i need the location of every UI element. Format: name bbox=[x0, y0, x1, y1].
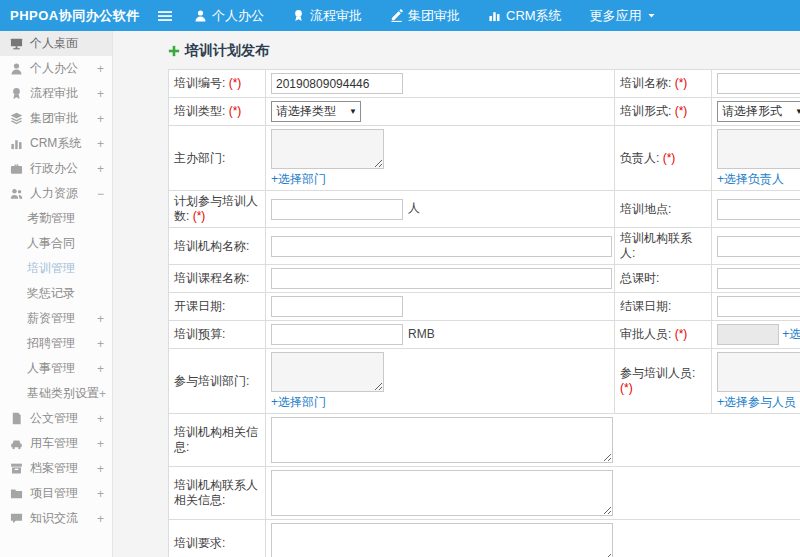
org-name-input[interactable] bbox=[271, 236, 612, 257]
bar-chart-icon bbox=[488, 9, 501, 22]
sidebar-item-group-approval[interactable]: 集团审批 + bbox=[0, 106, 112, 131]
folder-icon bbox=[10, 487, 24, 500]
expand-icon[interactable]: + bbox=[97, 487, 104, 501]
participating-people-pick-link[interactable]: +选择参与人员 bbox=[717, 395, 796, 410]
expand-icon[interactable]: + bbox=[97, 512, 104, 526]
training-mode-select[interactable]: 请选择形式▼ bbox=[717, 101, 800, 122]
form-row-dept-leader: 主办部门: +选择部门 负责人: (*) +选择负责人 bbox=[169, 126, 800, 191]
car-icon bbox=[10, 437, 24, 450]
expand-icon[interactable]: + bbox=[97, 437, 104, 451]
edit-icon bbox=[390, 9, 403, 22]
total-hours-input[interactable] bbox=[717, 268, 800, 289]
host-department-label: 主办部门: bbox=[169, 126, 266, 191]
form-row-participants: 参与培训部门: +选择部门 参与培训人员: (*) +选择参与人员 bbox=[169, 349, 800, 414]
required-mark: (*) bbox=[663, 151, 676, 165]
sidebar-item-human-resources[interactable]: 人力资源 − bbox=[0, 181, 112, 206]
page-title: 培训计划发布 bbox=[168, 42, 800, 60]
sidebar-item-reward-punishment[interactable]: 奖惩记录 bbox=[0, 281, 112, 306]
document-icon bbox=[10, 412, 24, 425]
sidebar-item-salary-management[interactable]: 薪资管理 + bbox=[0, 306, 112, 331]
sidebar-item-document-management[interactable]: 公文管理 + bbox=[0, 406, 112, 431]
sidebar-item-hr-contracts[interactable]: 人事合同 bbox=[0, 231, 112, 256]
approver-pick-link[interactable]: +选择审批人员 bbox=[782, 327, 800, 341]
responsible-person-textarea[interactable] bbox=[717, 129, 800, 169]
training-requirements-textarea[interactable] bbox=[271, 523, 613, 557]
sidebar-item-recruitment-management[interactable]: 招聘管理 + bbox=[0, 331, 112, 356]
sidebar-item-personnel-management[interactable]: 人事管理 + bbox=[0, 356, 112, 381]
expand-icon[interactable]: + bbox=[97, 162, 104, 176]
expand-icon[interactable]: + bbox=[97, 462, 104, 476]
sidebar-item-admin-office[interactable]: 行政办公 + bbox=[0, 156, 112, 181]
participating-departments-textarea[interactable] bbox=[271, 352, 384, 392]
sidebar-item-training-management[interactable]: 培训管理 bbox=[0, 256, 112, 281]
sidebar-item-personal-office[interactable]: 个人办公 + bbox=[0, 56, 112, 81]
expand-icon[interactable]: + bbox=[97, 312, 104, 326]
sidebar-item-knowledge-exchange[interactable]: 知识交流 + bbox=[0, 506, 112, 531]
budget-label: 培训预算: bbox=[169, 321, 266, 349]
training-type-select[interactable]: 请选择类型▼ bbox=[271, 101, 361, 122]
host-department-pick-link[interactable]: +选择部门 bbox=[271, 172, 326, 187]
org-info-textarea[interactable] bbox=[271, 417, 613, 463]
responsible-person-label: 负责人: (*) bbox=[615, 126, 712, 191]
sidebar-item-vehicle-management[interactable]: 用车管理 + bbox=[0, 431, 112, 456]
org-contact-label: 培训机构联系人: bbox=[615, 228, 712, 265]
budget-input[interactable] bbox=[271, 324, 403, 345]
start-date-input[interactable] bbox=[271, 296, 403, 317]
form-row-type-mode: 培训类型: (*) 请选择类型▼ 培训形式: (*) 请选择形式▼ bbox=[169, 98, 800, 126]
expand-icon[interactable]: + bbox=[97, 137, 104, 151]
expand-icon[interactable]: + bbox=[97, 112, 104, 126]
participating-departments-label: 参与培训部门: bbox=[169, 349, 266, 414]
briefcase-icon bbox=[10, 162, 24, 175]
main-content: 培训计划发布 培训编号: (*) 培训名称: (*) 培训类型: (*) 请选择… bbox=[114, 31, 800, 557]
archive-icon bbox=[10, 462, 24, 475]
topbar-nav: 个人办公 流程审批 集团审批 CRM系统 更多应用 bbox=[180, 0, 670, 31]
sidebar-item-archive-management[interactable]: 档案管理 + bbox=[0, 456, 112, 481]
training-number-input[interactable] bbox=[271, 73, 403, 94]
expand-icon[interactable]: + bbox=[97, 337, 104, 351]
form-row-dates: 开课日期: 结课日期: bbox=[169, 293, 800, 321]
expand-icon[interactable]: + bbox=[99, 387, 106, 401]
approver-input[interactable] bbox=[717, 324, 779, 345]
org-contact-info-textarea[interactable] bbox=[271, 470, 613, 516]
expand-icon[interactable]: + bbox=[97, 87, 104, 101]
end-date-label: 结课日期: bbox=[615, 293, 712, 321]
required-mark: (*) bbox=[675, 104, 688, 118]
nav-item-group-approval[interactable]: 集团审批 bbox=[376, 0, 474, 31]
sidebar-item-crm-system[interactable]: CRM系统 + bbox=[0, 131, 112, 156]
training-name-input[interactable] bbox=[717, 73, 800, 94]
required-mark: (*) bbox=[229, 76, 242, 90]
sidebar: 个人桌面 个人办公 + 流程审批 + 集团审批 + CRM系统 + 行政办公 +… bbox=[0, 31, 113, 557]
expand-icon[interactable]: + bbox=[97, 362, 104, 376]
expand-icon[interactable]: + bbox=[97, 412, 104, 426]
expand-icon[interactable]: + bbox=[97, 62, 104, 76]
sidebar-item-attendance-management[interactable]: 考勤管理 bbox=[0, 206, 112, 231]
nav-item-crm-system[interactable]: CRM系统 bbox=[474, 0, 576, 31]
sidebar-item-personal-desktop[interactable]: 个人桌面 bbox=[0, 31, 112, 56]
form-row-org-contact-info: 培训机构联系人相关信息: bbox=[169, 467, 800, 520]
sidebar-item-process-approval[interactable]: 流程审批 + bbox=[0, 81, 112, 106]
org-contact-input[interactable] bbox=[717, 236, 800, 257]
end-date-input[interactable] bbox=[717, 296, 800, 317]
hamburger-menu-icon[interactable] bbox=[150, 9, 180, 23]
training-number-label: 培训编号: (*) bbox=[169, 70, 266, 98]
nav-item-process-approval[interactable]: 流程审批 bbox=[278, 0, 376, 31]
training-location-input[interactable] bbox=[717, 199, 800, 220]
nav-item-personal-office[interactable]: 个人办公 bbox=[180, 0, 278, 31]
responsible-person-pick-link[interactable]: +选择负责人 bbox=[717, 172, 784, 187]
caret-down-icon bbox=[647, 11, 656, 20]
planned-participants-input[interactable] bbox=[271, 199, 403, 220]
training-mode-label: 培训形式: (*) bbox=[615, 98, 712, 126]
host-department-textarea[interactable] bbox=[271, 129, 384, 169]
nav-item-more-apps[interactable]: 更多应用 bbox=[576, 0, 670, 31]
participating-people-textarea[interactable] bbox=[717, 352, 800, 392]
sidebar-item-project-management[interactable]: 项目管理 + bbox=[0, 481, 112, 506]
course-name-input[interactable] bbox=[271, 268, 612, 289]
people-icon bbox=[10, 187, 24, 200]
sidebar-item-base-category-settings[interactable]: 基础类别设置 + bbox=[0, 381, 112, 406]
user-icon bbox=[194, 9, 207, 22]
collapse-icon[interactable]: − bbox=[97, 187, 104, 201]
form-row-org-info: 培训机构相关信息: bbox=[169, 414, 800, 467]
org-info-label: 培训机构相关信息: bbox=[169, 414, 266, 467]
start-date-label: 开课日期: bbox=[169, 293, 266, 321]
participating-departments-pick-link[interactable]: +选择部门 bbox=[271, 395, 326, 410]
